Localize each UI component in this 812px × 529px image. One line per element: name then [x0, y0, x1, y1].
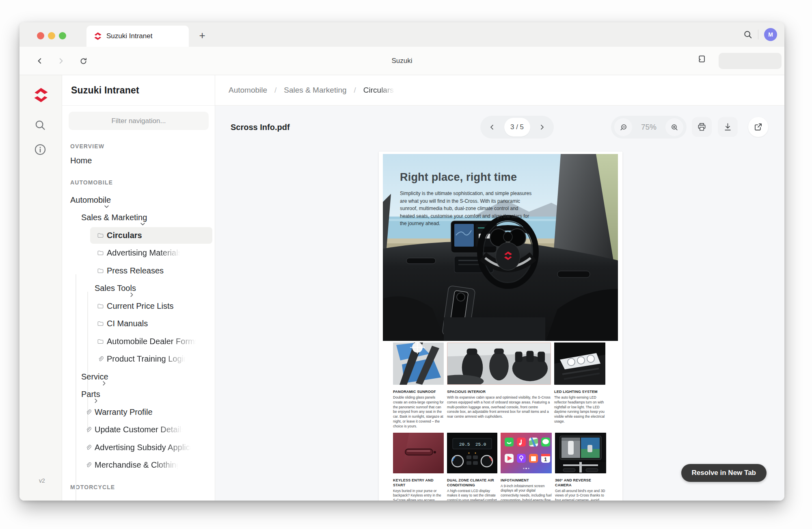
sidebar-item-ci-manuals[interactable]: CI Manuals [62, 315, 215, 333]
document-viewer: Scross Info.pdf 3 / 5 [215, 106, 784, 501]
suzuki-logo-icon [93, 32, 102, 41]
page-controls: 3 / 5 [480, 116, 554, 139]
zoom-controls: 75% [611, 116, 687, 139]
section-label-automobile: AUTOMOBILE [62, 177, 215, 188]
sidebar-item-automobile[interactable]: Automobile [62, 191, 215, 209]
feature-card-spacious-interior: SPACIOUS INTERIOR With its expansive cab… [447, 343, 551, 429]
browser-navigation-bar: Suzuki [19, 47, 784, 75]
feature-card-led-lighting: LED LIGHTING SYSTEM The auto light-sensi… [554, 343, 605, 429]
feature-card-dual-zone-climate: 20.5 25.0 [447, 433, 497, 501]
sidebar-item-merchandise-clothing[interactable]: Merchandise & Clothing [62, 456, 215, 474]
pdf-toolbar: Scross Info.pdf 3 / 5 [215, 116, 784, 139]
chevron-down-icon [140, 221, 145, 227]
sidebar-item-sales-marketing[interactable]: Sales & Marketing [62, 209, 215, 227]
zoom-in-button[interactable] [665, 118, 683, 136]
feature-image-spacious-interior [447, 343, 551, 385]
paperclip-icon [85, 444, 91, 451]
sidebar-item-warranty-profile[interactable]: Warranty Profile [62, 403, 215, 421]
sidebar-item-update-customer-details[interactable]: Update Customer Details [62, 421, 215, 439]
pdf-filename: Scross Info.pdf [231, 116, 290, 139]
section-label-motorcycle: MOTORCYCLE [62, 481, 215, 493]
sidebar-item-circulars[interactable]: Circulars [62, 227, 215, 245]
rail-info-icon[interactable] [34, 143, 46, 156]
chevron-right-icon [102, 381, 107, 386]
pdf-hero-text: Simplicity is the ultimate sophisticatio… [400, 190, 534, 228]
feature-image-keyless-entry [393, 433, 444, 473]
browser-tab-suzuki-intranet[interactable]: Suzuki Intranet [86, 26, 189, 47]
pdf-hero-title: Right place, right time [400, 171, 517, 184]
address-bar[interactable]: Suzuki [19, 47, 784, 75]
feature-row-2: KEYLESS ENTRY AND START Keys buried in y… [393, 433, 608, 501]
rail-search-icon[interactable] [34, 119, 46, 131]
browser-profile-pill[interactable] [719, 53, 782, 69]
minimize-window-button[interactable] [48, 32, 55, 39]
zoom-window-button[interactable] [59, 32, 66, 39]
pdf-feature-grid: PANORAMIC SUNROOF Double sliding glass p… [393, 343, 608, 501]
tab-title: Suzuki Intranet [106, 32, 152, 40]
feature-image-infotainment: 1 [501, 433, 552, 473]
folder-icon [97, 268, 104, 273]
sidebar-item-parts[interactable]: Parts [62, 386, 215, 403]
sidebar-item-automobile-dealer-forms[interactable]: Automobile Dealer Forms [62, 333, 215, 351]
feature-image-panoramic-sunroof [393, 343, 444, 385]
breadcrumb: Automobile / Sales & Marketing / Circula… [215, 75, 784, 106]
resolve-in-new-tab-button[interactable]: Resolve in New Tab [681, 464, 767, 482]
folder-icon [97, 250, 104, 256]
feature-row-1: PANORAMIC SUNROOF Double sliding glass p… [393, 343, 608, 429]
feature-image-dual-zone-climate: 20.5 25.0 [447, 433, 497, 473]
breadcrumb-separator: / [274, 86, 276, 95]
browser-window: Suzuki Intranet + M Suzuki [19, 22, 784, 501]
profile-avatar[interactable]: M [764, 28, 777, 41]
breadcrumb-sales-marketing[interactable]: Sales & Marketing [284, 86, 346, 95]
next-page-button[interactable] [533, 119, 551, 136]
suzuki-logo[interactable] [32, 87, 50, 104]
sidebar-title: Suzuki Intranet [71, 85, 139, 96]
chevron-down-icon [104, 204, 109, 209]
browser-search-icon[interactable] [743, 30, 752, 39]
feature-card-infotainment: 1 INFOTAINMENT A 9-inch infotainment scr… [501, 433, 552, 501]
page-indicator: 3 / 5 [504, 118, 530, 137]
extension-icon[interactable] [697, 54, 706, 65]
sidebar-item-press-releases[interactable]: Press Releases [62, 262, 215, 280]
sidebar-item-current-price-lists[interactable]: Current Price Lists [62, 297, 215, 315]
section-label-overview: OVERVIEW [62, 141, 215, 152]
download-button[interactable] [718, 117, 738, 137]
feature-image-led-lighting [554, 343, 605, 385]
sidebar-item-sales-tools[interactable]: Sales Tools [62, 280, 215, 297]
sidebar-header: Suzuki Intranet [62, 75, 215, 106]
new-tab-button[interactable]: + [195, 28, 209, 43]
browser-tab-bar: Suzuki Intranet + M [19, 22, 784, 47]
desktop: Suzuki Intranet + M Suzuki [0, 0, 812, 529]
paperclip-icon [85, 409, 91, 415]
version-label: v2 [39, 477, 45, 484]
previous-page-button[interactable] [484, 119, 501, 136]
main-content: Automobile / Sales & Marketing / Circula… [215, 75, 784, 501]
folder-icon [97, 233, 104, 238]
sidebar-item-service[interactable]: Service [62, 368, 215, 386]
pdf-hero-image: Right place, right time Simplicity is th… [383, 154, 618, 341]
sidebar-item-home[interactable]: Home [62, 152, 215, 170]
sidebar-item-advertising-subsidy-application[interactable]: Advertising Subsidy Application [62, 439, 215, 457]
paperclip-icon [97, 356, 104, 362]
chevron-right-icon [93, 398, 99, 403]
svg-text:25.0: 25.0 [475, 442, 486, 447]
print-button[interactable] [692, 117, 712, 137]
folder-icon [97, 321, 104, 326]
breadcrumb-circulars: Circulars [363, 86, 394, 95]
feature-card-panoramic-sunroof: PANORAMIC SUNROOF Double sliding glass p… [393, 343, 444, 429]
filter-navigation-input[interactable] [69, 112, 209, 130]
close-window-button[interactable] [37, 32, 44, 39]
icon-rail: v2 [19, 75, 62, 501]
breadcrumb-automobile[interactable]: Automobile [229, 86, 267, 95]
open-in-new-tab-button[interactable] [748, 117, 768, 137]
zoom-out-button[interactable] [614, 118, 632, 136]
folder-icon [97, 304, 104, 309]
sidebar-item-product-training-login[interactable]: Product Training Login [62, 350, 215, 368]
paperclip-icon [85, 462, 91, 468]
sidebar-navigation: OVERVIEW Home AUTOMOBILE Automobile Sale… [62, 141, 215, 493]
feature-card-keyless-entry: KEYLESS ENTRY AND START Keys buried in y… [393, 433, 444, 501]
paperclip-icon [85, 427, 91, 433]
sidebar-item-advertising-materials[interactable]: Advertising Materials [62, 244, 215, 262]
svg-text:1: 1 [544, 456, 547, 462]
divider [758, 30, 758, 39]
